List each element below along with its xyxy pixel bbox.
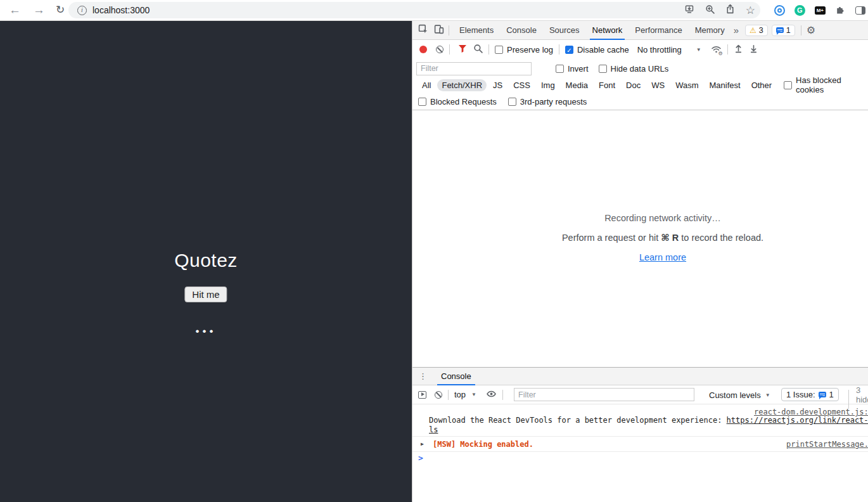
onepassword-extension-icon[interactable]	[774, 5, 785, 16]
filter-chip-ws[interactable]: WS	[647, 79, 669, 91]
zoom-icon[interactable]	[705, 4, 715, 16]
message-source-link[interactable]: printStartMessage.	[786, 440, 868, 449]
clear-icon[interactable]	[436, 46, 444, 53]
issue-counter-label: 1 Issue:	[786, 390, 815, 399]
disable-cache-label: Disable cache	[577, 45, 629, 55]
share-icon[interactable]	[725, 4, 735, 16]
preserve-log-label: Preserve log	[507, 45, 553, 55]
message-source-link[interactable]: react-dom.development.js:	[754, 408, 868, 416]
context-selector[interactable]: top	[454, 390, 466, 399]
settings-gear-icon[interactable]: ⚙	[807, 24, 815, 36]
filter-chip-font[interactable]: Font	[594, 79, 620, 91]
filter-chip-doc[interactable]: Doc	[622, 79, 645, 91]
forward-icon[interactable]: →	[33, 0, 45, 20]
context-caret-icon[interactable]: ▼	[471, 392, 476, 397]
grammarly-extension-icon[interactable]: G	[795, 5, 805, 16]
filter-chip-other[interactable]: Other	[747, 79, 777, 91]
device-toolbar-icon[interactable]	[434, 24, 444, 36]
cmd-key-icon: ⌘	[661, 233, 669, 243]
mplus-extension-icon[interactable]: M+	[815, 6, 826, 15]
has-blocked-cookies-label: Has blocked cookies	[796, 75, 868, 94]
console-prompt[interactable]: >	[412, 452, 868, 465]
log-levels-select[interactable]: Custom levels ▼	[709, 385, 770, 404]
warning-icon: ⚠	[750, 26, 756, 35]
learn-more-link[interactable]: Learn more	[639, 252, 686, 262]
filter-chip-fetch-xhr[interactable]: Fetch/XHR	[437, 79, 487, 91]
reload-icon[interactable]: ↻	[56, 0, 65, 20]
preserve-log-checkbox[interactable]: Preserve log	[495, 45, 553, 55]
devtools-tabbar: Elements Console Sources Network Perform…	[412, 21, 868, 40]
third-party-requests-checkbox[interactable]: 3rd-party requests	[508, 97, 587, 106]
install-app-icon[interactable]	[684, 4, 694, 16]
import-har-icon[interactable]	[734, 44, 743, 55]
issues-counter-button[interactable]: 1 Issue: 1	[781, 388, 839, 401]
hide-data-urls-checkbox[interactable]: Hide data URLs	[599, 64, 669, 74]
invert-checkbox[interactable]: Invert	[556, 64, 589, 74]
drawer-overflow-icon[interactable]: ⋮	[419, 371, 427, 381]
bookmark-star-icon[interactable]: ☆	[746, 5, 755, 16]
filter-funnel-icon[interactable]	[457, 44, 468, 55]
record-icon[interactable]	[419, 46, 427, 53]
inspect-element-icon[interactable]	[418, 24, 428, 36]
issues-badge[interactable]: 1	[772, 25, 795, 36]
warning-count: 3	[759, 26, 763, 35]
hint-prefix: Perform a request or hit	[562, 233, 661, 243]
loading-dots: •••	[0, 325, 412, 338]
warnings-badge[interactable]: ⚠ 3	[745, 25, 768, 36]
request-filter-row2: Blocked Requests 3rd-party requests	[412, 93, 868, 110]
side-panel-icon[interactable]	[855, 6, 865, 15]
drawer-tab-console[interactable]: Console	[435, 368, 478, 385]
filter-chip-wasm[interactable]: Wasm	[671, 79, 703, 91]
disable-cache-checkbox[interactable]: ✓ Disable cache	[565, 45, 629, 55]
tab-performance[interactable]: Performance	[629, 21, 688, 40]
msw-message-text: [MSW] Mocking enabled.	[433, 437, 533, 452]
network-filter-input[interactable]	[416, 62, 532, 75]
tab-network[interactable]: Network	[586, 21, 629, 40]
levels-caret-icon: ▼	[765, 392, 770, 398]
filter-chip-manifest[interactable]: Manifest	[705, 79, 744, 91]
network-empty-title: Recording network activity…	[412, 213, 868, 223]
throttling-caret-icon[interactable]: ▼	[696, 47, 701, 53]
conditions-gear-icon: ⚙	[718, 51, 722, 56]
eye-icon[interactable]	[486, 390, 497, 400]
third-party-requests-label: 3rd-party requests	[520, 97, 587, 106]
filter-chip-css[interactable]: CSS	[509, 79, 535, 91]
network-conditions-icon[interactable]: ⚙	[711, 45, 722, 55]
tab-memory[interactable]: Memory	[689, 21, 731, 40]
prompt-chevron-icon: >	[418, 453, 423, 463]
address-bar[interactable]: i localhost:3000 ☆	[68, 2, 760, 18]
url-text[interactable]: localhost:3000	[93, 5, 150, 15]
tab-console[interactable]: Console	[500, 21, 543, 40]
search-icon[interactable]	[473, 44, 483, 55]
console-sidebar-icon[interactable]	[418, 391, 426, 399]
throttling-select[interactable]: No throttling	[637, 45, 682, 55]
export-har-icon[interactable]	[749, 44, 758, 55]
console-toolbar: top ▼ Custom levels ▼ 1 Issue: 1 3 hidde…	[412, 385, 868, 404]
blocked-requests-checkbox[interactable]: Blocked Requests	[418, 97, 497, 106]
issues-bubble-icon	[776, 27, 784, 33]
hint-suffix: to record the reload.	[679, 233, 763, 243]
site-info-icon[interactable]: i	[77, 6, 87, 15]
r-key: R	[672, 233, 679, 243]
console-filter-input[interactable]	[514, 388, 694, 401]
more-tabs-icon[interactable]: »	[731, 25, 741, 35]
tab-sources[interactable]: Sources	[543, 21, 586, 40]
filter-chip-js[interactable]: JS	[488, 79, 507, 91]
filter-chip-media[interactable]: Media	[561, 79, 592, 91]
expand-triangle-icon[interactable]: ▶	[421, 441, 424, 447]
console-messages: react-dom.development.js: Download the R…	[412, 404, 868, 502]
invert-label: Invert	[568, 64, 589, 74]
hit-me-button[interactable]: Hit me	[184, 286, 227, 302]
extensions-puzzle-icon[interactable]	[835, 4, 846, 17]
has-blocked-cookies-checkbox[interactable]: Has blocked cookies	[784, 75, 868, 94]
issue-bubble-icon	[819, 392, 826, 397]
hide-data-urls-label: Hide data URLs	[611, 64, 669, 74]
clear-console-icon[interactable]	[435, 391, 442, 399]
filter-chip-img[interactable]: Img	[537, 79, 559, 91]
page-title: Quotez	[0, 250, 412, 271]
console-message-msw: ▶ [MSW] Mocking enabled. printStartMessa…	[412, 437, 868, 452]
filter-chip-all[interactable]: All	[418, 79, 435, 91]
log-levels-label: Custom levels	[709, 390, 761, 400]
back-icon[interactable]: ←	[9, 0, 21, 20]
tab-elements[interactable]: Elements	[453, 21, 500, 40]
